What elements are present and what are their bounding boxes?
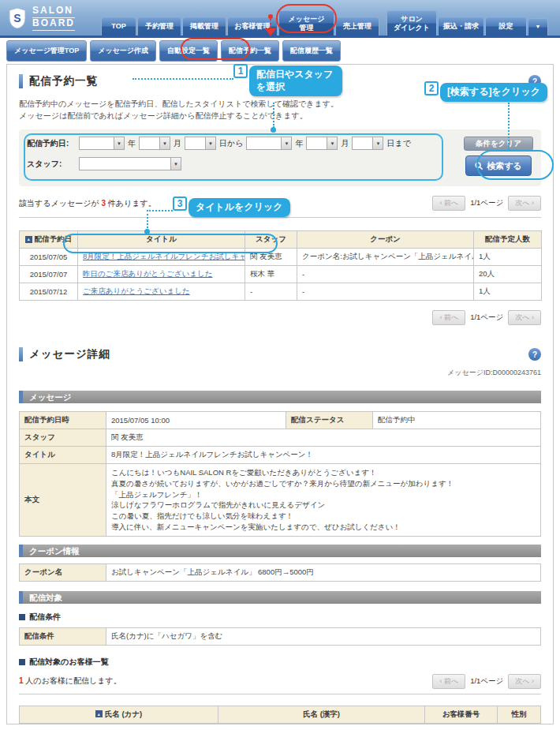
tab-customer-management[interactable]: お客様管理: [227, 17, 278, 36]
customer-table: ▲氏名 (カナ) 氏名 (漢字) お客様番号 性別 ハセガワ キヨミ 長谷川 清…: [19, 706, 541, 724]
message-title-link[interactable]: ご来店ありがとうございました: [83, 286, 190, 295]
col-name-kana[interactable]: ▲氏名 (カナ): [20, 706, 218, 723]
table-row: 2015/07/07 昨日のご来店ありがとうございました 桜木 華 - 20人: [20, 266, 542, 283]
title-accent-bar: [19, 347, 23, 361]
chevron-down-icon: ▼: [327, 137, 337, 149]
tab-transfer-billing[interactable]: 振込・請求: [438, 17, 484, 36]
target-count: 1: [19, 676, 24, 685]
year-from-select[interactable]: ▼: [79, 137, 125, 150]
staff-row: スタッフ: ▼: [27, 157, 181, 170]
message-id: メッセージID:D00000243761: [19, 368, 541, 378]
month-from-select[interactable]: ▼: [139, 137, 170, 150]
col-coupon: クーポン: [297, 231, 474, 249]
pagination: ‹ 前へ 1/1ページ 次へ ›: [432, 310, 541, 325]
subnav-message-create[interactable]: メッセージ作成: [90, 40, 156, 62]
field-value-title: 8月限定！上品ジェルネイルフレンチお試しキャンペーン！: [106, 447, 541, 464]
condition-table: 配信条件 氏名(カナ)に「ハセガワ」を含む: [19, 627, 541, 646]
tab-top[interactable]: TOP: [101, 17, 136, 36]
year-to-select[interactable]: ▼: [246, 137, 292, 150]
divider: [19, 217, 541, 218]
field-value-condition: 氏名(カナ)に「ハセガワ」を含む: [106, 627, 541, 645]
field-value-body: こんにちは！いつもNAIL SALON Rをご愛顧いただきありがとうございます！…: [106, 464, 541, 537]
message-title-link[interactable]: 昨日のご来店ありがとうございました: [83, 269, 212, 278]
field-label: 配信条件: [20, 627, 106, 645]
tab-sales-management[interactable]: 売上管理: [335, 17, 379, 36]
subnav-delivery-reservation-list[interactable]: 配信予約一覧: [221, 40, 279, 62]
cell-staff: -: [245, 283, 297, 301]
tab-more-dropdown[interactable]: ▼: [528, 18, 548, 36]
subnav-delivery-history-list[interactable]: 配信履歴一覧: [282, 40, 341, 62]
page-indicator: 1/1ページ: [470, 198, 503, 208]
tab-salon-direct[interactable]: サロン ダイレクト: [386, 10, 437, 36]
result-suffix: 件あります。: [108, 199, 156, 208]
subnav-auto-setting-list[interactable]: 自動設定一覧: [159, 40, 218, 62]
col-customer-number: お客様番号: [425, 706, 498, 723]
cell-date: 2015/07/12: [20, 283, 78, 301]
prev-page-button[interactable]: ‹ 前へ: [432, 196, 465, 211]
svg-text:S: S: [13, 12, 21, 24]
cell-coupon: -: [297, 283, 474, 301]
message-detail-table: 配信予約日時 2015/07/05 10:00 配信ステータス 配信予約中 スタ…: [19, 411, 541, 537]
square-bullet-icon: [19, 614, 25, 620]
delivery-date-label: 配信予約日:: [27, 138, 76, 149]
help-icon[interactable]: ?: [528, 348, 541, 361]
unit-day-to: 日まで: [386, 138, 410, 149]
staff-label: スタッフ:: [27, 159, 76, 170]
subnav-message-top[interactable]: メッセージ管理TOP: [6, 40, 87, 62]
prev-page-button[interactable]: ‹ 前へ: [432, 674, 465, 689]
description-line: 配信予約中のメッセージを配信予約日、配信したスタイリストで検索して確認できます。: [19, 98, 541, 110]
title-accent-bar: [19, 74, 23, 88]
condition-heading: 配信条件: [19, 612, 541, 623]
detail-title: メッセージ詳細: [29, 347, 110, 361]
result-count: 3: [101, 199, 106, 208]
next-page-button[interactable]: 次へ ›: [508, 196, 541, 211]
tab-listing-management[interactable]: 掲載管理: [182, 17, 226, 36]
page-indicator: 1/1ページ: [470, 313, 503, 323]
section-bar-message: メッセージ: [19, 391, 541, 403]
customer-list-heading: 配信対象のお客様一覧: [19, 657, 541, 668]
field-label: 配信ステータス: [286, 412, 373, 429]
search-button[interactable]: 検索する: [465, 155, 532, 176]
message-title-link[interactable]: 8月限定！上品ジェルネイルフレンチお試しキャンペーン！: [83, 252, 245, 260]
day-from-select[interactable]: ▼: [185, 137, 216, 150]
page-title: 配信予約一覧: [29, 74, 98, 88]
unit-year2: 年: [295, 138, 303, 149]
next-page-button[interactable]: 次へ ›: [508, 310, 541, 325]
target-count-text: 1 人のお客様に配信します。: [19, 676, 121, 687]
main-nav: TOP 予約管理 掲載管理 お客様管理 メッセージ 管理 売上管理 サロン ダイ…: [101, 10, 549, 36]
col-title: タイトル: [78, 231, 245, 249]
salon-board-app: S SALON BOARD TOP 予約管理 掲載管理 お客様管理 メッセージ …: [0, 0, 560, 730]
table-row: 2015/07/12 ご来店ありがとうございました - - 1人: [20, 283, 542, 301]
tab-settings[interactable]: 設定: [485, 17, 527, 36]
search-panel: 配信予約日: ▼ 年 ▼ 月 ▼ 日から ▼ 年 ▼ 月 ▼ 日まで スタッフ:…: [19, 129, 541, 186]
table-header-row: ▲氏名 (カナ) 氏名 (漢字) お客様番号 性別: [20, 706, 541, 723]
delivery-date-row: 配信予約日: ▼ 年 ▼ 月 ▼ 日から ▼ 年 ▼ 月 ▼ 日まで: [27, 137, 411, 150]
cell-name-kanji: 長谷川 清美: [218, 723, 425, 724]
prev-page-button[interactable]: ‹ 前へ: [432, 310, 465, 325]
month-to-select[interactable]: ▼: [306, 137, 338, 150]
table-header-row: ▲配信予約日 タイトル スタッフ クーポン 配信予定人数: [20, 231, 542, 249]
cell-staff: 桜木 華: [245, 266, 297, 283]
tab-reservation-management[interactable]: 予約管理: [137, 17, 181, 36]
sort-icon: ▲: [25, 236, 32, 243]
col-delivery-date[interactable]: ▲配信予約日: [20, 231, 78, 249]
next-page-button[interactable]: 次へ ›: [508, 674, 541, 689]
clear-conditions-button[interactable]: 条件をクリア: [464, 137, 533, 151]
tab-message-management[interactable]: メッセージ 管理: [278, 10, 334, 36]
col-gender: 性別: [498, 706, 541, 723]
staff-select[interactable]: ▼: [79, 157, 181, 170]
page-title-row: 配信予約一覧 ?: [19, 65, 541, 88]
unit-day-from: 日から: [219, 138, 243, 149]
app-header: S SALON BOARD TOP 予約管理 掲載管理 お客様管理 メッセージ …: [0, 0, 560, 38]
field-value-staff: 関 友美恵: [106, 429, 541, 447]
message-subnav: メッセージ管理TOP メッセージ作成 自動設定一覧 配信予約一覧 配信履歴一覧: [6, 40, 341, 62]
sort-icon: ▲: [95, 710, 103, 717]
unit-year: 年: [128, 138, 136, 149]
help-icon[interactable]: ?: [528, 75, 541, 88]
detail-title-row: メッセージ詳細 ?: [19, 325, 541, 361]
day-to-select[interactable]: ▼: [352, 137, 383, 150]
salon-board-logo[interactable]: S SALON BOARD: [8, 6, 75, 31]
cell-date: 2015/07/05: [20, 249, 78, 266]
search-button-label: 検索する: [487, 160, 522, 172]
field-value-coupon: お試しキャンペーン「上品ジェルネイル」 6800円→5000円: [106, 563, 541, 581]
